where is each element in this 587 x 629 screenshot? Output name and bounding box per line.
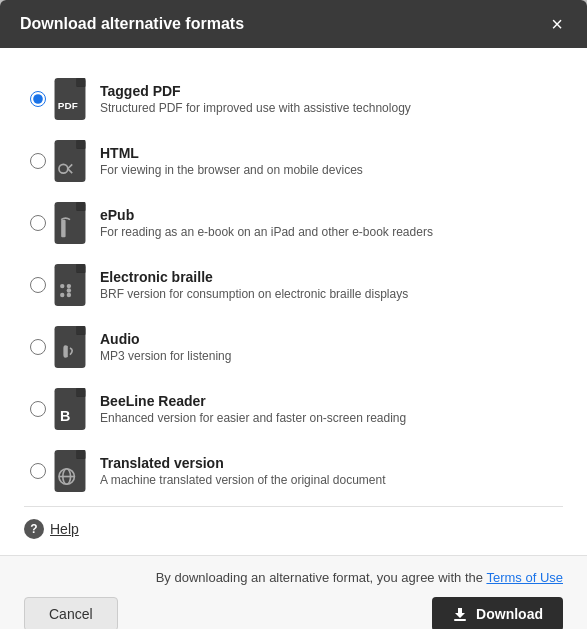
format-text-beeline: BeeLine Reader Enhanced version for easi… [100, 393, 563, 425]
format-item-html[interactable]: HTML For viewing in the browser and on m… [24, 130, 563, 192]
format-list: PDF Tagged PDF Structured PDF for improv… [24, 68, 563, 502]
format-desc-braille: BRF version for consumption on electroni… [100, 287, 563, 301]
format-item-braille[interactable]: Electronic braille BRF version for consu… [24, 254, 563, 316]
radio-wrap-html [24, 153, 52, 169]
format-desc-translated: A machine translated version of the orig… [100, 473, 563, 487]
format-item-translated[interactable]: Translated version A machine translated … [24, 440, 563, 502]
svg-rect-1 [77, 78, 86, 87]
help-section: ? Help [24, 506, 563, 545]
terms-link[interactable]: Terms of Use [486, 570, 563, 585]
format-name-tagged-pdf: Tagged PDF [100, 83, 563, 99]
svg-text:PDF: PDF [58, 100, 78, 111]
svg-point-12 [60, 293, 64, 297]
format-desc-audio: MP3 version for listening [100, 349, 563, 363]
svg-rect-10 [77, 264, 86, 273]
file-icon-epub [52, 202, 88, 244]
radio-wrap-beeline [24, 401, 52, 417]
terms-text: By downloading an alternative format, yo… [24, 570, 563, 585]
close-button[interactable]: × [547, 14, 567, 34]
file-icon-translated [52, 450, 88, 492]
radio-html[interactable] [30, 153, 46, 169]
file-icon-audio [52, 326, 88, 368]
format-name-braille: Electronic braille [100, 269, 563, 285]
radio-wrap-tagged-pdf [24, 91, 52, 107]
svg-rect-8 [61, 220, 65, 238]
format-desc-epub: For reading as an e-book on an iPad and … [100, 225, 563, 239]
file-icon-beeline: B [52, 388, 88, 430]
dialog-header: Download alternative formats × [0, 0, 587, 48]
format-text-audio: Audio MP3 version for listening [100, 331, 563, 363]
svg-rect-7 [77, 202, 86, 211]
file-icon-braille [52, 264, 88, 306]
format-name-html: HTML [100, 145, 563, 161]
help-link[interactable]: Help [50, 521, 79, 537]
radio-wrap-audio [24, 339, 52, 355]
format-desc-beeline: Enhanced version for easier and faster o… [100, 411, 563, 425]
format-name-beeline: BeeLine Reader [100, 393, 563, 409]
format-name-epub: ePub [100, 207, 563, 223]
format-name-audio: Audio [100, 331, 563, 347]
svg-point-11 [60, 284, 64, 288]
download-icon [452, 606, 468, 622]
radio-wrap-translated [24, 463, 52, 479]
radio-translated[interactable] [30, 463, 46, 479]
svg-point-14 [67, 288, 71, 292]
file-icon-html [52, 140, 88, 182]
svg-rect-26 [454, 619, 466, 621]
format-text-html: HTML For viewing in the browser and on m… [100, 145, 563, 177]
download-button[interactable]: Download [432, 597, 563, 629]
svg-rect-17 [77, 326, 86, 335]
dialog-footer: By downloading an alternative format, yo… [0, 555, 587, 629]
format-item-epub[interactable]: ePub For reading as an e-book on an iPad… [24, 192, 563, 254]
dialog-body: PDF Tagged PDF Structured PDF for improv… [0, 48, 587, 555]
format-text-epub: ePub For reading as an e-book on an iPad… [100, 207, 563, 239]
download-dialog: Download alternative formats × PDF Tagge… [0, 0, 587, 629]
svg-point-15 [67, 293, 71, 297]
file-icon-tagged-pdf: PDF [52, 78, 88, 120]
svg-rect-22 [77, 450, 86, 459]
format-text-translated: Translated version A machine translated … [100, 455, 563, 487]
cancel-button[interactable]: Cancel [24, 597, 118, 629]
dialog-title: Download alternative formats [20, 15, 244, 33]
format-name-translated: Translated version [100, 455, 563, 471]
footer-buttons: Cancel Download [24, 597, 563, 629]
radio-audio[interactable] [30, 339, 46, 355]
radio-wrap-braille [24, 277, 52, 293]
format-desc-tagged-pdf: Structured PDF for improved use with ass… [100, 101, 563, 115]
radio-tagged-pdf[interactable] [30, 91, 46, 107]
help-icon: ? [24, 519, 44, 539]
svg-point-13 [67, 284, 71, 288]
format-text-tagged-pdf: Tagged PDF Structured PDF for improved u… [100, 83, 563, 115]
svg-text:B: B [60, 408, 70, 424]
format-item-tagged-pdf[interactable]: PDF Tagged PDF Structured PDF for improv… [24, 68, 563, 130]
download-button-label: Download [476, 606, 543, 622]
radio-braille[interactable] [30, 277, 46, 293]
radio-epub[interactable] [30, 215, 46, 231]
format-item-audio[interactable]: Audio MP3 version for listening [24, 316, 563, 378]
svg-rect-19 [77, 388, 86, 397]
radio-beeline[interactable] [30, 401, 46, 417]
format-text-braille: Electronic braille BRF version for consu… [100, 269, 563, 301]
format-desc-html: For viewing in the browser and on mobile… [100, 163, 563, 177]
format-item-beeline[interactable]: B BeeLine Reader Enhanced version for ea… [24, 378, 563, 440]
radio-wrap-epub [24, 215, 52, 231]
svg-rect-4 [77, 140, 86, 149]
